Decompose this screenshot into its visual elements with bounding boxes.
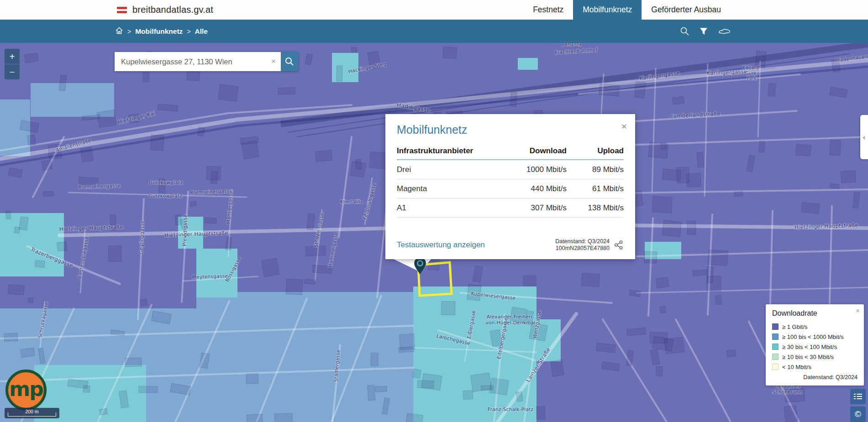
location-marker-icon[interactable] <box>414 257 426 275</box>
austria-flag-logo-icon <box>117 7 127 13</box>
list-icon <box>853 392 863 401</box>
breitbandatlas-app: Hietzinger KaiHadikgassePenzingFrachtenb… <box>0 0 868 422</box>
clear-search-icon[interactable]: × <box>266 52 281 71</box>
legend-close-icon[interactable]: × <box>856 307 860 314</box>
copyright-icon: © <box>855 409 861 419</box>
svg-text:Preindlgasse: Preindlgasse <box>182 214 189 246</box>
zoom-out-button[interactable]: − <box>5 64 20 79</box>
basemap-logo[interactable]: mp <box>5 370 47 411</box>
provider-table-header: Infrastrukturanbieter Download Upload <box>397 143 624 160</box>
legend-panel: Downloadrate × ≥ 1 Gbit/s≥ 100 bis < 100… <box>766 304 864 386</box>
app-title: breitbandatlas.gv.at <box>132 5 213 15</box>
svg-text:Alexander-Freiherr-von-Hügel-D: Alexander-Freiherr-von-Hügel-Denkmal <box>485 314 535 326</box>
attribution-button[interactable]: © <box>850 406 866 422</box>
main-navigation: FestnetzMobilfunknetzGeförderter Ausbau <box>523 0 731 20</box>
legend-data-status: Datenstand: Q3/2024 <box>772 374 857 380</box>
side-panel-toggle[interactable]: ‹ <box>860 115 868 159</box>
legend-label: < 10 Mbit/s <box>782 364 811 370</box>
legend-title: Downloadrate <box>772 309 857 318</box>
col-infrastrukturanbieter: Infrastrukturanbieter <box>397 146 489 156</box>
home-icon[interactable] <box>115 26 123 36</box>
legend-label: ≥ 1 Gbit/s <box>782 323 808 330</box>
scale-bar: 200 m <box>5 408 59 418</box>
provider-row: Drei1000 Mbit/s89 Mbit/s <box>397 160 624 179</box>
svg-text:Klimt-Villa: Klimt-Villa <box>340 199 363 204</box>
breadcrumb-mobilfunknetz[interactable]: Mobilfunknetz <box>135 27 183 36</box>
search-icon <box>285 57 294 66</box>
chevron-left-icon: ‹ <box>863 133 865 141</box>
col-download: Download <box>489 146 567 156</box>
tab-gef-rderter-ausbau[interactable]: Geförderter Ausbau <box>642 0 731 20</box>
legend-item: ≥ 100 bis < 1000 Mbit/s <box>772 332 857 342</box>
legend-swatch <box>772 344 779 350</box>
breadcrumb-separator: > <box>127 28 131 35</box>
legend-swatch <box>772 323 779 330</box>
data-status: Datenstand: Q3/2024 100mN28057E47880 <box>555 238 610 252</box>
zoom-controls: + − <box>5 49 20 79</box>
legend-item: ≥ 1 Gbit/s <box>772 322 857 332</box>
legend-item: < 10 Mbit/s <box>772 362 857 372</box>
legend-label: ≥ 30 bis < 100 Mbit/s <box>782 344 837 350</box>
svg-text:Gutzkowplatz: Gutzkowplatz <box>148 193 182 199</box>
search-submit-button[interactable] <box>281 52 298 71</box>
popup-title: Mobilfunknetz <box>397 123 624 136</box>
austria-extent-icon[interactable] <box>718 27 731 36</box>
app-header: breitbandatlas.gv.at FestnetzMobilfunkne… <box>0 0 868 20</box>
provider-row: A1307 Mbit/s138 Mbit/s <box>397 198 624 218</box>
svg-text:Geylinggasse: Geylinggasse <box>138 220 146 254</box>
legend-swatch <box>772 354 779 360</box>
svg-text:Gutzkowplatz: Gutzkowplatz <box>149 180 183 186</box>
legend-item: ≥ 10 bis < 30 Mbit/s <box>772 352 857 362</box>
mobilfunknetz-popup: Mobilfunknetz × Infrastrukturanbieter Do… <box>385 114 635 259</box>
legend-label: ≥ 10 bis < 30 Mbit/s <box>782 354 834 360</box>
search-icon[interactable] <box>680 26 689 36</box>
filter-icon[interactable] <box>700 27 708 35</box>
scale-bracket <box>8 412 56 417</box>
breadcrumb-alle[interactable]: Alle <box>195 27 208 36</box>
testauswertung-link[interactable]: Testauswertung anzeigen <box>397 240 485 250</box>
provider-table: Infrastrukturanbieter Download Upload Dr… <box>397 143 624 218</box>
svg-text:Franz-Schalk-Platz: Franz-Schalk-Platz <box>488 406 533 412</box>
layer-list-button[interactable] <box>850 389 866 404</box>
provider-row: Magenta440 Mbit/s61 Mbit/s <box>397 179 624 198</box>
col-upload: Upload <box>567 146 624 156</box>
breadcrumb-separator: > <box>187 28 190 35</box>
legend-label: ≥ 100 bis < 1000 Mbit/s <box>782 333 844 340</box>
breadcrumb: > Mobilfunknetz > Alle <box>115 26 208 36</box>
popup-footer: Testauswertung anzeigen Datenstand: Q3/2… <box>397 238 624 252</box>
popup-close-icon[interactable]: × <box>621 121 627 131</box>
map-corner-buttons: © <box>850 389 866 422</box>
tab-festnetz[interactable]: Festnetz <box>523 0 573 20</box>
tab-mobilfunknetz[interactable]: Mobilfunknetz <box>573 0 642 20</box>
brand[interactable]: breitbandatlas.gv.at <box>117 5 213 15</box>
basemap-logo-text: mp <box>9 377 42 401</box>
legend-swatch <box>772 333 779 340</box>
legend-item: ≥ 30 bis < 100 Mbit/s <box>772 342 857 352</box>
zoom-in-button[interactable]: + <box>5 49 20 64</box>
svg-text:Meytensgasse: Meytensgasse <box>192 273 228 281</box>
share-icon[interactable] <box>614 240 624 250</box>
legend-swatch <box>772 364 779 370</box>
search-input[interactable] <box>115 52 266 71</box>
toolbar-icons <box>680 26 731 36</box>
address-search: × <box>115 52 298 71</box>
map-toolbar: > Mobilfunknetz > Alle <box>0 20 868 43</box>
